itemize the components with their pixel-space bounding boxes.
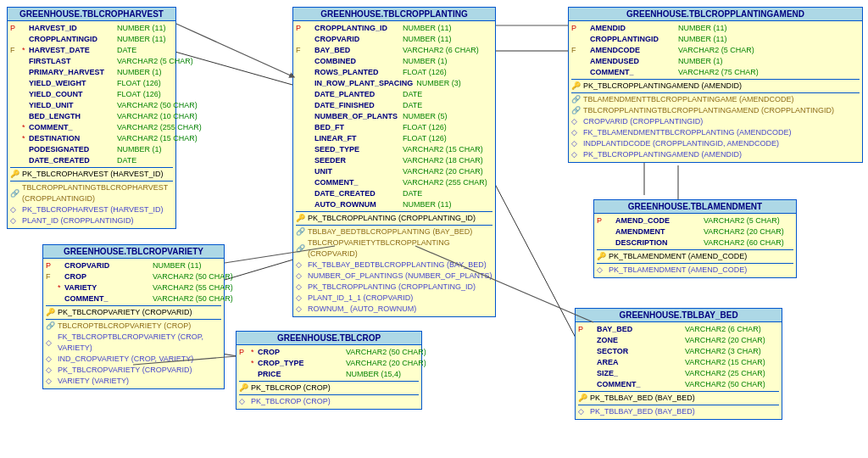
table-row: DESCRIPTIONVARCHAR2 (60 CHAR) [597, 237, 793, 249]
table-tblcropharvest: GREENHOUSE.TBLCROPHARVEST PHARVEST_IDNUM… [7, 7, 176, 229]
table-row: BED_FTFLOAT (126) [296, 122, 492, 133]
table-row: SEED_TYPEVARCHAR2 (15 CHAR) [296, 144, 492, 155]
svg-line-6 [176, 24, 292, 76]
index-row: 🔑PK_TBLCROP (CROP) [239, 383, 419, 394]
fk-row: ◇FK_TBLBAY_BEDTBLCROPPLANTING (BAY_BED) [296, 260, 492, 271]
divider [239, 394, 419, 395]
divider [571, 92, 860, 93]
fk-row: ◇NUMBER_OF_PLANTINGS (NUMBER_OF_PLANTS) [296, 271, 492, 282]
fk-row: ◇VARIETY (VARIETY) [46, 376, 221, 387]
index-row: 🔑PK_TBLCROPPLANTINGAMEND (AMENDID) [571, 81, 860, 92]
fk-row: ◇PK_TBLBAY_BED (BAY_BED) [578, 406, 779, 417]
table-row: F*HARVEST_DATEDATE [10, 45, 173, 56]
fk-row: ◇PLANT_ID_1_1 (CROPVARID) [296, 293, 492, 304]
table-row: IN_ROW_PLANT_SPACINGNUMBER (3) [296, 78, 492, 89]
fk-row: ◇PK_TBLCROPHARVEST (HARVEST_ID) [10, 204, 173, 215]
table-body-cropplanting: PCROPPLANTING_IDNUMBER (11) CROPVARIDNUM… [293, 21, 495, 316]
fk-row: ◇PK_TBLCROP (CROP) [239, 396, 419, 407]
table-row: FCROPVARCHAR2 (50 CHAR) [46, 271, 221, 282]
table-row: PRICENUMBER (15,4) [239, 369, 419, 380]
table-row: PHARVEST_IDNUMBER (11) [10, 23, 173, 34]
fk-row: ◇PK_TBLAMENDMENT (AMEND_CODE) [597, 265, 793, 276]
table-body-cropplantingamend: PAMENDIDNUMBER (11) CROPPLANTINGIDNUMBER… [569, 21, 862, 162]
table-row: PAMEND_CODEVARCHAR2 (5 CHAR) [597, 215, 793, 226]
table-row: *DESTINATIONVARCHAR2 (15 CHAR) [10, 133, 173, 144]
table-body-crop: P*CROPVARCHAR2 (50 CHAR) *CROP_TYPEVARCH… [236, 345, 421, 409]
divider [46, 319, 221, 320]
fk-row: ◇PK_TBLCROPPLANTING (CROPPLANTING_ID) [296, 282, 492, 293]
divider [10, 167, 173, 168]
table-row: FBAY_BEDVARCHAR2 (6 CHAR) [296, 45, 492, 56]
table-row: PBAY_BEDVARCHAR2 (6 CHAR) [578, 324, 779, 335]
table-title-crop: GREENHOUSE.TBLCROP [236, 332, 421, 345]
table-tblcropplanting: GREENHOUSE.TBLCROPPLANTING PCROPPLANTING… [292, 7, 496, 317]
table-row: CROPPLANTINGIDNUMBER (11) [571, 34, 860, 45]
table-title-cropplanting: GREENHOUSE.TBLCROPPLANTING [293, 8, 495, 21]
divider [578, 391, 779, 392]
table-row: COMMENT_VARCHAR2 (255 CHAR) [296, 177, 492, 188]
table-tblcropplantingamend: GREENHOUSE.TBLCROPPLANTINGAMEND PAMENDID… [568, 7, 863, 163]
table-row: COMMENT_VARCHAR2 (75 CHAR) [571, 67, 860, 78]
table-row: PCROPVARIDNUMBER (11) [46, 260, 221, 271]
table-row: P*CROPVARCHAR2 (50 CHAR) [239, 347, 419, 358]
canvas: GREENHOUSE.TBLCROPHARVEST PHARVEST_IDNUM… [0, 0, 868, 458]
table-body-cropharvest: PHARVEST_IDNUMBER (11) CROPPLANTINGIDNUM… [8, 21, 175, 228]
index-row: 🔑PK_TBLCROPPLANTING (CROPPLANTING_ID) [296, 213, 492, 224]
key-indicator: P [10, 23, 22, 34]
table-row: UNITVARCHAR2 (20 CHAR) [296, 166, 492, 177]
fk-row: 🔗TBLCROPTBLCROPVARIETY (CROP) [46, 321, 221, 332]
table-body-cropvariety: PCROPVARIDNUMBER (11) FCROPVARCHAR2 (50 … [43, 259, 224, 388]
table-row: ROWS_PLANTEDFLOAT (126) [296, 67, 492, 78]
fk-row: ◇IND_CROPVARIETY (CROP, VARIETY) [46, 354, 221, 365]
table-row: DATE_PLANTEDDATE [296, 89, 492, 100]
table-row: LINEAR_FTFLOAT (126) [296, 133, 492, 144]
fk-row: ◇CROPVARID (CROPPLANTINGID) [571, 116, 860, 127]
fk-row: ◇FK_TBLCROPTBLCROPVARIETY (CROP, VARIETY… [46, 332, 221, 354]
fk-row: 🔗TBLCROPPLANTINGTBLCROPPLANTINGAMEND (CR… [571, 105, 860, 116]
table-row: *COMMENT_VARCHAR2 (255 CHAR) [10, 122, 173, 133]
table-title-cropplantingamend: GREENHOUSE.TBLCROPPLANTINGAMEND [569, 8, 862, 21]
divider [578, 405, 779, 405]
table-row: CROPPLANTINGIDNUMBER (11) [10, 34, 173, 45]
table-row: AMENDUSEDNUMBER (1) [571, 56, 860, 67]
fk-row: ◇ROWNUM_ (AUTO_ROWNUM) [296, 304, 492, 315]
divider [571, 79, 860, 80]
divider [296, 211, 492, 212]
table-title-amendment: GREENHOUSE.TBLAMENDMENT [594, 200, 796, 214]
fk-row: ◇PK_TBLCROPVARIETY (CROPVARID) [46, 365, 221, 376]
table-tblcropvariety: GREENHOUSE.TBLCROPVARIETY PCROPVARIDNUMB… [42, 244, 225, 389]
table-row: FAMENDCODEVARCHAR2 (5 CHAR) [571, 45, 860, 56]
table-tblamendment: GREENHOUSE.TBLAMENDMENT PAMEND_CODEVARCH… [593, 199, 797, 278]
table-row: SIZE_VARCHAR2 (25 CHAR) [578, 368, 779, 379]
divider [597, 263, 793, 264]
table-title-baybed: GREENHOUSE.TBLBAY_BED [576, 309, 782, 322]
fk-row: 🔗TBLCROPPLANTINGTBLCROPHARVEST (CROPPLAN… [10, 182, 173, 204]
table-row: COMMENT_VARCHAR2 (50 CHAR) [46, 293, 221, 304]
divider [46, 305, 221, 306]
fk-row: ◇FK_TBLAMENDMENTTBLCROPPLANTING (AMENDCO… [571, 127, 860, 138]
table-row: NUMBER_OF_PLANTSNUMBER (5) [296, 111, 492, 122]
divider [10, 181, 173, 182]
table-row: YIELD_COUNTFLOAT (126) [10, 89, 173, 100]
table-row: AUTO_ROWNUMNUMBER (11) [296, 199, 492, 210]
table-body-amendment: PAMEND_CODEVARCHAR2 (5 CHAR) AMENDMENTVA… [594, 214, 796, 277]
table-row: PAMENDIDNUMBER (11) [571, 23, 860, 34]
fk-row: ◇PK_TBLCROPPLANTINGAMEND (AMENDID) [571, 149, 860, 160]
table-row: YIELD_UNITVARCHAR2 (50 CHAR) [10, 100, 173, 111]
table-row: DATE_CREATEDDATE [296, 188, 492, 199]
table-row: BED_LENGTHVARCHAR2 (10 CHAR) [10, 111, 173, 122]
svg-line-3 [487, 170, 576, 339]
fk-row: 🔗TBLAMENDMENTTBLCROPPLANTINGAME (AMENDCO… [571, 94, 860, 105]
fk-row: 🔗TBLBAY_BEDTBLCROPPLANTING (BAY_BED) [296, 226, 492, 237]
fk-row: ◇INDPLANTIDCODE (CROPPLANTINGID, AMENDCO… [571, 138, 860, 149]
index-row: 🔑PK_TBLAMENDMENT (AMEND_CODE) [597, 251, 793, 262]
table-row: YIELD_WEIGHTFLOAT (126) [10, 78, 173, 89]
table-row: SECTORVARCHAR2 (3 CHAR) [578, 346, 779, 357]
table-row: COMBINEDNUMBER (1) [296, 56, 492, 67]
table-row: FIRSTLASTVARCHAR2 (5 CHAR) [10, 56, 173, 67]
table-row: AMENDMENTVARCHAR2 (20 CHAR) [597, 226, 793, 237]
index-row: 🔑PK_TBLBAY_BED (BAY_BED) [578, 393, 779, 404]
table-tblbaybed: GREENHOUSE.TBLBAY_BED PBAY_BEDVARCHAR2 (… [575, 308, 782, 420]
index-row: 🔑PK_TBLCROPVARIETY (CROPVARID) [46, 307, 221, 318]
key-indicator: F [10, 45, 22, 56]
